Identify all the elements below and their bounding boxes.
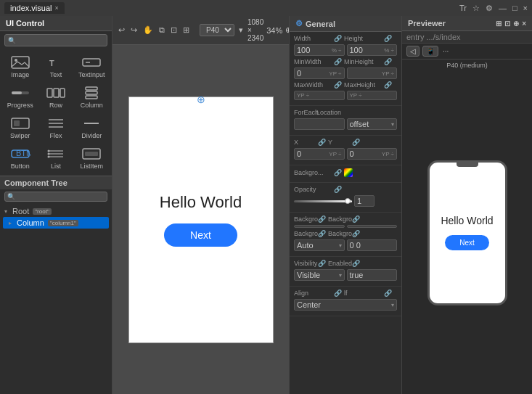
preview-zoom-icon[interactable]: ⊕ xyxy=(513,20,519,28)
control-column[interactable]: Column xyxy=(75,83,109,112)
align-label: Align xyxy=(294,290,330,297)
control-textinput[interactable]: TextInput xyxy=(75,52,109,81)
control-search-input[interactable] xyxy=(18,36,104,44)
bg4-label: Backgro... xyxy=(294,230,314,237)
control-list[interactable]: List xyxy=(38,144,73,173)
control-swiper[interactable]: Swiper xyxy=(3,113,37,142)
bg5-field[interactable]: 0 0 xyxy=(347,239,398,251)
height-value-field[interactable]: 100 % ÷ xyxy=(347,44,398,56)
chevron-down-icon[interactable]: ▾ xyxy=(237,25,245,36)
opacity-row: Opacity 🔗 xyxy=(294,186,397,193)
maxheight-field[interactable]: YP ÷ xyxy=(347,91,398,100)
opacity-value-field[interactable]: 1 xyxy=(354,195,375,207)
svg-rect-14 xyxy=(14,120,20,126)
copy-icon[interactable]: ⧉ xyxy=(157,25,166,36)
gear-icon[interactable]: ⚙ xyxy=(486,4,493,13)
maxwidth-field[interactable]: YP ÷ xyxy=(294,91,345,100)
x-field[interactable]: 0 YP ÷ xyxy=(294,148,345,160)
bg2-field[interactable] xyxy=(294,225,345,228)
device-select[interactable]: P40 xyxy=(200,24,234,36)
preview-close-icon[interactable]: × xyxy=(522,20,526,28)
height-link-icon: 🔗 xyxy=(384,35,392,42)
xy-labels: X 🔗 Y 🔗 xyxy=(294,139,397,146)
tree-search-input[interactable] xyxy=(15,193,105,200)
svg-rect-8 xyxy=(54,89,59,97)
phone-side-button xyxy=(507,199,507,213)
control-text[interactable]: T Text xyxy=(38,52,73,81)
opacity-slider[interactable] xyxy=(294,200,352,202)
active-tab[interactable]: index.visual × xyxy=(4,2,65,14)
tree-column-label: Column xyxy=(17,218,44,227)
hand-icon[interactable]: ✋ xyxy=(142,25,155,36)
maxheight-label: MaxHeight xyxy=(344,81,380,89)
minheight-field[interactable]: YP ÷ xyxy=(347,67,398,79)
enabled-field[interactable]: true xyxy=(347,269,398,281)
search-icon: 🔍 xyxy=(8,37,16,44)
frame-icon[interactable]: ⊡ xyxy=(169,25,179,36)
control-flex[interactable]: Flex xyxy=(38,113,73,142)
svg-text:BTN: BTN xyxy=(16,149,30,157)
previewer-area: Hello World Next xyxy=(402,71,532,394)
grid-view-icon[interactable]: ⊞ xyxy=(496,20,502,28)
visibility-field[interactable]: Visible ▾ xyxy=(294,269,345,281)
maximize-icon[interactable]: □ xyxy=(512,4,517,12)
control-row[interactable]: Row xyxy=(38,83,73,112)
expand-root-icon: ▾ xyxy=(4,208,10,215)
maxwidth-maxheight-values: YP ÷ YP ÷ xyxy=(294,91,397,100)
redo-icon[interactable]: ↪ xyxy=(129,25,139,36)
top-bar: index.visual × Tr ☆ ⚙ — □ × xyxy=(0,0,532,16)
align-values: Center ▾ xyxy=(294,299,397,311)
minimize-icon[interactable]: — xyxy=(499,4,507,12)
swiper-label: Swiper xyxy=(10,132,30,139)
svg-point-25 xyxy=(47,153,49,155)
align-field[interactable]: Center ▾ xyxy=(294,299,397,311)
grid-icon[interactable]: ⊞ xyxy=(181,25,191,36)
control-search-box[interactable]: 🔍 xyxy=(4,34,107,46)
back-nav-button[interactable]: ◁ xyxy=(406,46,420,57)
y-field[interactable]: 0 YP ÷ xyxy=(347,148,398,160)
star-icon[interactable]: ☆ xyxy=(472,4,480,13)
control-divider[interactable]: Divider xyxy=(75,113,109,142)
foreach-location-labels: ForEach Location xyxy=(294,109,397,116)
bg3-field[interactable] xyxy=(347,225,398,228)
color-picker-icon[interactable] xyxy=(344,168,353,177)
foreach-field[interactable] xyxy=(294,118,345,130)
tree-item-root[interactable]: ▾ Root "root" xyxy=(3,205,109,217)
attributes-panel: ⚙ General Width 🔗 Height 🔗 100 % ÷ 100 %… xyxy=(289,16,401,394)
location-field[interactable]: offset ▾ xyxy=(347,118,398,130)
tree-item-column[interactable]: ▸ Column "column1" xyxy=(3,217,109,229)
list-icon xyxy=(46,147,66,161)
ui-control-header: UI Control xyxy=(0,16,112,31)
list-label: List xyxy=(51,163,61,170)
undo-icon[interactable]: ↩ xyxy=(117,25,126,36)
preview-expand-icon[interactable]: ⊡ xyxy=(504,20,510,28)
close-icon[interactable]: × xyxy=(523,4,528,12)
control-progress[interactable]: Progress xyxy=(3,83,37,112)
svg-rect-12 xyxy=(86,96,97,99)
svg-rect-11 xyxy=(86,91,97,94)
phone-next-button[interactable]: Next xyxy=(445,235,489,250)
tree-search[interactable]: 🔍 xyxy=(4,192,107,202)
bg4-field[interactable]: Auto ▾ xyxy=(294,239,345,251)
resize-handle[interactable]: ⊕ xyxy=(197,94,205,105)
canvas-frame: ⊕ Hello World Next xyxy=(128,97,274,343)
tr-icon[interactable]: Tr xyxy=(459,4,467,12)
maxwidth-label: MaxWidth xyxy=(294,81,330,89)
phone-preview-button[interactable]: 📱 xyxy=(422,46,438,57)
minheight-link: 🔗 xyxy=(384,58,392,65)
minwidth-field[interactable]: 0 YP ÷ xyxy=(294,67,345,79)
root-badge: "root" xyxy=(33,208,51,215)
more-options-icon[interactable]: ··· xyxy=(443,47,449,55)
tab-close-icon[interactable]: × xyxy=(54,4,58,12)
attrs-icon: ⚙ xyxy=(295,19,303,28)
previewer-panel: Previewer ⊞ ⊡ ⊕ × entry .../s/index ◁ 📱 … xyxy=(401,16,532,394)
canvas-next-button[interactable]: Next xyxy=(164,223,237,247)
maxwidth-maxheight-labels: MaxWidth 🔗 MaxHeight 🔗 xyxy=(294,81,397,89)
canvas-area[interactable]: ⊕ Hello World Next xyxy=(112,45,289,394)
divider-label: Divider xyxy=(81,132,102,139)
control-listitem[interactable]: ListItem xyxy=(75,144,109,173)
control-button[interactable]: BTN Button xyxy=(3,144,37,173)
width-value-field[interactable]: 100 % ÷ xyxy=(294,44,345,56)
control-image[interactable]: Image xyxy=(3,52,37,81)
bg5-label: Backgro... xyxy=(328,230,348,237)
